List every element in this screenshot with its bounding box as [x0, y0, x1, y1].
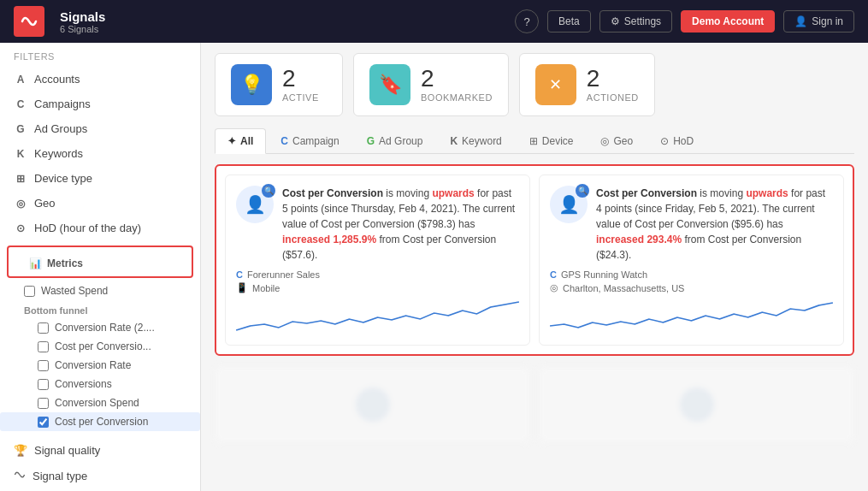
keyword-tab-icon: K [450, 135, 458, 147]
tab-device[interactable]: ⊞ Device [517, 128, 587, 153]
signal-card-1-metric: Cost per Conversion [282, 187, 383, 199]
sidebar-item-accounts[interactable]: A Accounts [0, 67, 200, 92]
actioned-count: 2 [587, 67, 639, 91]
accounts-icon: A [14, 74, 27, 86]
geo-icon: ◎ [14, 198, 27, 210]
sidebar-item-adgroups[interactable]: G Ad Groups [0, 116, 200, 141]
beta-button[interactable]: Beta [547, 10, 591, 33]
conv-rate-2-checkbox[interactable] [38, 322, 49, 334]
signal-card-1-header: 👤 🔍 Cost per Conversion is moving upward… [236, 186, 519, 263]
signal-card-1-desc-post: ) has [452, 218, 475, 230]
sidebar-item-campaigns[interactable]: C Campaigns [0, 92, 200, 116]
conv-rate-2-item[interactable]: Conversion Rate (2.... [0, 318, 200, 337]
card1-campaign-name: Forerunner Sales [247, 269, 320, 280]
signal-card-2-change-word: increased [596, 234, 644, 246]
active-icon: 💡 [231, 64, 272, 105]
sidebar-item-keywords[interactable]: K Keywords [0, 141, 200, 166]
signal-card-1: 👤 🔍 Cost per Conversion is moving upward… [225, 175, 530, 346]
account-button[interactable]: Demo Account [681, 10, 775, 33]
sidebar-item-hod[interactable]: ⊙ HoD (hour of the day) [0, 216, 200, 240]
signal-card-2-text: Cost per Conversion is moving upwards fo… [596, 186, 833, 263]
signal-cards-wrapper: 👤 🔍 Cost per Conversion is moving upward… [215, 164, 854, 443]
help-button[interactable]: ? [515, 9, 539, 33]
conversions-checkbox[interactable] [38, 379, 49, 390]
tab-keyword[interactable]: K Keyword [437, 128, 514, 153]
device-icon: ⊞ [14, 173, 27, 185]
settings-button[interactable]: ⚙ Settings [599, 10, 672, 33]
hod-tab-icon: ⊙ [660, 135, 669, 147]
wasted-spend-checkbox-item[interactable]: Wasted Spend [0, 281, 200, 300]
adgroup-tab-icon: G [367, 135, 375, 147]
active-count: 2 [282, 67, 319, 91]
campaign-tab-icon: C [280, 135, 288, 147]
main-layout: Filters A Accounts C Campaigns G Ad Grou… [0, 43, 868, 491]
card2-location: Charlton, Massachusetts, US [563, 283, 684, 293]
bottom-funnel-label: Bottom funnel [0, 300, 200, 318]
conv-spend-item[interactable]: Conversion Spend [0, 393, 200, 412]
app-title-group: Signals 6 Signals [60, 9, 105, 34]
main-content: 💡 2 Active 🔖 2 Bookmarked ✕ 2 Actioned [201, 43, 868, 491]
blurred-card-1 [215, 366, 530, 443]
signal-card-1-avatar: 👤 🔍 [236, 186, 274, 223]
cost-per-conv-checkbox[interactable] [38, 341, 49, 352]
bookmarked-label: Bookmarked [421, 92, 493, 103]
signal-type-icon [14, 469, 26, 483]
signal-card-2-desc-post: ) has [760, 218, 783, 230]
signal-card-2-chart [550, 300, 833, 334]
signal-cards-container: 👤 🔍 Cost per Conversion is moving upward… [215, 164, 854, 356]
signin-button[interactable]: 👤 Sign in [783, 10, 854, 33]
sidebar-item-device[interactable]: ⊞ Device type [0, 166, 200, 191]
signal-card-1-badge: 🔍 [262, 184, 275, 198]
signin-icon: 👤 [794, 15, 807, 27]
cost-per-conversion-checkbox[interactable] [38, 417, 49, 428]
conv-spend-checkbox[interactable] [38, 398, 49, 409]
card2-campaign-icon: C [550, 269, 557, 280]
sidebar-item-signal-type[interactable]: Signal type [0, 463, 200, 489]
signal-card-2-metric: Cost per Conversion [596, 187, 697, 199]
blurred-card-2 [539, 366, 854, 443]
tab-hod[interactable]: ⊙ HoD [647, 128, 706, 153]
tab-campaign[interactable]: C Campaign [268, 128, 351, 153]
actioned-card: ✕ 2 Actioned [519, 53, 655, 116]
signal-card-2-direction: upwards [746, 187, 788, 199]
all-tab-icon: ✦ [227, 135, 236, 147]
geo-tab-icon: ◎ [600, 135, 609, 147]
adgroups-icon: G [14, 123, 27, 135]
settings-icon: ⚙ [611, 15, 620, 27]
cost-per-conv-item[interactable]: Cost per Conversio... [0, 337, 200, 356]
filters-label: Filters [0, 43, 200, 67]
tab-all[interactable]: ✦ All [215, 128, 266, 154]
metrics-label: 📊 Metrics [15, 251, 185, 273]
metrics-section: 📊 Metrics [7, 246, 193, 278]
active-label: Active [282, 92, 319, 103]
card1-device-icon: 📱 [236, 282, 248, 293]
signal-card-2-footer: C GPS Running Watch ◎ Charlton, Massachu… [550, 269, 833, 293]
signal-card-1-value: $798.3 [421, 218, 452, 230]
signal-card-1-text: Cost per Conversion is moving upwards fo… [282, 186, 519, 263]
card1-device: Mobile [252, 283, 280, 293]
actioned-icon: ✕ [535, 64, 576, 105]
conversions-item[interactable]: Conversions [0, 375, 200, 393]
conv-rate-checkbox[interactable] [38, 360, 49, 371]
signal-card-1-footer: C Forerunner Sales 📱 Mobile [236, 269, 519, 293]
signal-card-1-chart [236, 300, 519, 334]
signal-quality-icon: 🏆 [14, 444, 27, 457]
signal-card-2-avatar: 👤 🔍 [550, 186, 588, 223]
signal-card-1-change-word: increased [282, 234, 330, 246]
campaigns-icon: C [14, 98, 27, 110]
device-tab-icon: ⊞ [529, 135, 538, 147]
card2-location-icon: ◎ [550, 282, 558, 293]
signal-card-1-direction: upwards [432, 187, 474, 199]
conv-rate-item[interactable]: Conversion Rate [0, 356, 200, 375]
tab-geo[interactable]: ◎ Geo [588, 128, 646, 153]
sidebar-item-geo[interactable]: ◎ Geo [0, 191, 200, 216]
blurred-cards [215, 366, 854, 443]
sidebar: Filters A Accounts C Campaigns G Ad Grou… [0, 43, 201, 491]
tab-adgroup[interactable]: G Ad Group [354, 128, 436, 153]
signal-card-2: 👤 🔍 Cost per Conversion is moving upward… [539, 175, 844, 346]
cost-per-conversion-item[interactable]: Cost per Conversion [0, 412, 200, 431]
metrics-icon: 📊 [29, 257, 42, 269]
wasted-spend-checkbox[interactable] [24, 286, 35, 297]
sidebar-item-signal-quality[interactable]: 🏆 Signal quality [0, 438, 200, 463]
keywords-icon: K [14, 148, 27, 160]
